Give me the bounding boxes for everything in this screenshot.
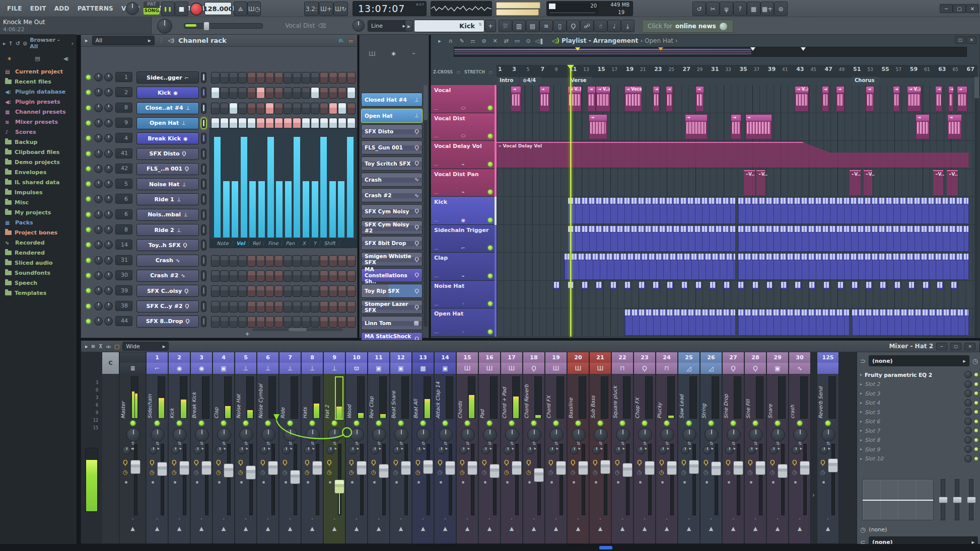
fx-slot-3[interactable]: ▸Slot 3 (860, 389, 978, 398)
strip-collapse-chevron[interactable]: ˆ (302, 518, 323, 523)
picker-item-smigen-whistle-sfx[interactable]: Smigen Whistle SFXϘ (361, 252, 423, 266)
audio-clip[interactable]: ⇥ (511, 86, 521, 112)
track-header-sidechain-trigger[interactable]: Sidechain Trigger...⌐ (431, 225, 496, 253)
strip-enable-led[interactable] (576, 421, 581, 426)
strip-fader-handle[interactable] (357, 461, 367, 475)
channel-button[interactable]: Sidec..gger⌐ (136, 71, 199, 84)
fx-slot-6[interactable]: ▸Slot 6 (860, 417, 978, 426)
track-lane-noise-hat[interactable] (497, 281, 977, 309)
strip-route-arrow[interactable]: ▲ (368, 525, 389, 532)
strip-sep-arrows[interactable]: ⇅ (464, 441, 471, 446)
strip-route-arrow[interactable]: ▲ (678, 525, 699, 532)
fx-slot-mix-knob[interactable] (964, 371, 972, 378)
step-10[interactable] (293, 301, 301, 312)
main-volume-slider[interactable] (184, 23, 263, 29)
channel-enable-led[interactable] (86, 304, 91, 308)
strip-fader-handle[interactable] (334, 480, 344, 494)
strip-sep-arrows[interactable]: ⇅ (442, 441, 449, 446)
step-6[interactable] (256, 285, 265, 297)
channel-pan-knob[interactable] (94, 225, 103, 234)
strip-route-arrow[interactable]: ▲ (390, 525, 411, 532)
strip-plugin-icon[interactable]: Ϙ (548, 459, 553, 466)
step-8[interactable] (274, 255, 283, 267)
strip-clock-icon[interactable]: ◷ (704, 469, 709, 476)
strip-rec-dot[interactable] (307, 481, 309, 484)
strip-plugin-icon[interactable]: Ϙ (504, 459, 509, 466)
pattern-clip-small[interactable] (937, 281, 943, 289)
strip-ss-knob[interactable] (481, 446, 490, 454)
strip-sep-arrows[interactable]: ⇅ (797, 441, 804, 446)
trash-icon[interactable]: ⌫ (318, 23, 326, 29)
up-icon[interactable]: ↑ (9, 40, 13, 47)
strip-pan-knob[interactable] (239, 428, 253, 442)
fx-slot-arrow-icon[interactable]: ▸ (860, 401, 862, 405)
mixer-route-icon[interactable]: ≋ (91, 343, 96, 350)
channel-enable-led[interactable] (86, 182, 91, 186)
playlist-pencil-icon[interactable]: ✎ (457, 37, 466, 45)
eq-low-fader[interactable] (941, 479, 945, 520)
step-11[interactable] (302, 255, 310, 267)
strip-collapse-chevron[interactable]: ˆ (612, 518, 633, 523)
channel-button[interactable]: Close..at #4⊥ (136, 102, 199, 114)
fx-slot-mix-knob[interactable] (964, 445, 972, 453)
strip-fader-track[interactable] (559, 444, 563, 515)
strip-plugin-icon[interactable]: Ϙ (415, 459, 420, 466)
countdown-button[interactable]: 3.2ː (304, 2, 319, 16)
audio-clip[interactable]: ⇥ (916, 114, 930, 140)
step-6[interactable] (256, 270, 265, 282)
pattern-clip-small[interactable] (809, 281, 815, 289)
strip-plugin-icon[interactable]: Ϙ (748, 459, 752, 466)
step-12[interactable] (311, 270, 319, 282)
step-10[interactable] (293, 316, 301, 328)
strip-rec-dot[interactable] (462, 481, 464, 484)
step-4[interactable] (238, 316, 247, 328)
channel-pan-knob[interactable] (94, 73, 103, 82)
strip-pan-knob[interactable] (461, 428, 475, 442)
tempo-tap[interactable]: ♩ (607, 20, 621, 32)
mixer-strip-chord-pad[interactable]: 17ШChord + Pad⇅◂▸Ϙ◷ˆ▲ (501, 352, 523, 543)
strip-clock-icon[interactable]: ◷ (504, 469, 509, 476)
strip-rec-dot[interactable] (822, 481, 825, 484)
strip-clock-icon[interactable]: ◷ (593, 469, 598, 476)
strip-pan-knob[interactable] (572, 428, 586, 442)
fx-input-icon[interactable]: ⊃ (860, 357, 866, 365)
channel-number[interactable]: 8 (115, 103, 132, 113)
step-2[interactable] (220, 255, 229, 267)
browser-item-plugin-presets[interactable]: ◀:Plugin presets (0, 97, 77, 107)
strip-collapse-chevron[interactable]: ˆ (479, 518, 500, 523)
strip-collapse-chevron[interactable]: ˆ (169, 518, 190, 523)
mixer-strip-saw-lead[interactable]: 25◿Saw Lead⇅◂▸Ϙ◷ˆ▲ (678, 352, 700, 543)
strip-clock-icon[interactable]: ◷ (637, 469, 642, 476)
step-11[interactable] (302, 72, 310, 84)
toggle-plugin-picker[interactable]: Ϙ (567, 20, 580, 32)
strip-enable-led[interactable] (155, 421, 160, 426)
fx-slot-arrow-icon[interactable]: ▸ (860, 447, 862, 451)
picker-item-crash[interactable]: Crash∿ (361, 173, 423, 187)
channel-number[interactable]: 41 (115, 148, 132, 159)
mixer-close-button[interactable]: ✕ (964, 343, 975, 350)
channel-pan-knob[interactable] (94, 271, 103, 280)
strip-collapse-chevron[interactable]: ˆ (678, 518, 699, 523)
strip-ss-knob[interactable] (238, 446, 246, 454)
mixer-dock-icon[interactable]: ⊼ (99, 343, 103, 350)
track-lane-vocal-dist-pan[interactable]: ⌁V..⌁V..⌁V..⌁V..⌁V..⌁V.. (497, 169, 977, 197)
main-pitch-knob[interactable] (157, 19, 172, 34)
strip-ss-knob[interactable] (659, 446, 667, 454)
step-1[interactable] (211, 72, 220, 84)
strip-enable-led[interactable] (421, 421, 426, 426)
strip-pan-knob[interactable] (616, 428, 630, 442)
pattern-clip-small[interactable] (752, 281, 759, 289)
step-1[interactable] (211, 270, 220, 282)
picker-scrollbar[interactable] (424, 85, 428, 327)
step-13[interactable] (320, 103, 328, 114)
strip-number[interactable]: 19 (545, 352, 567, 363)
channel-number[interactable]: 9 (115, 118, 132, 128)
strip-rec-dot[interactable] (706, 481, 708, 484)
strip-ss-knob[interactable] (792, 446, 800, 454)
picker-item-sfx-cym-noisy-2[interactable]: SFX Cym Noisy #2Ϙ (361, 220, 423, 234)
channel-selector[interactable] (201, 148, 206, 160)
snap-selector[interactable]: Line▸ (368, 20, 409, 32)
mixer-strip-square-pluck[interactable]: 22⊓Square pluck⇅◂▸Ϙ◷ˆ▲ (612, 352, 634, 543)
step-9[interactable] (284, 72, 292, 84)
strip-clock-icon[interactable]: ◷ (393, 469, 398, 476)
